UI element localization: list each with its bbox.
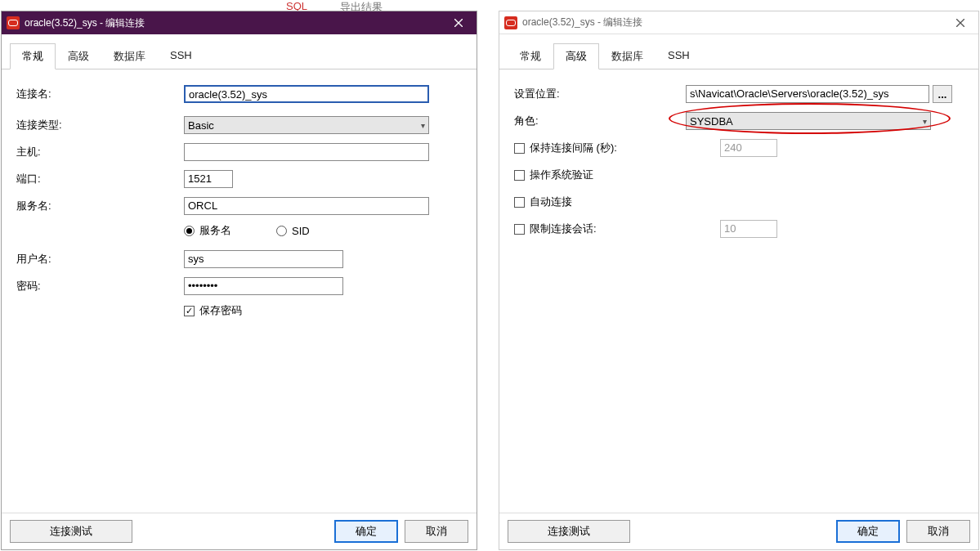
radio-service-name[interactable]: 服务名 <box>184 223 231 238</box>
tab-general[interactable]: 常规 <box>10 43 56 69</box>
select-value: SYSDBA <box>690 115 733 128</box>
checkbox-label: 保存密码 <box>199 303 242 318</box>
save-password-checkbox[interactable]: 保存密码 <box>184 303 462 318</box>
checkbox-label: 限制连接会话: <box>530 222 597 236</box>
radio-sid[interactable]: SID <box>276 223 310 238</box>
connection-type-select[interactable]: Basic ▾ <box>184 116 429 134</box>
titlebar[interactable]: oracle(3.52)_sys - 编辑连接 <box>2 11 477 34</box>
auto-connect-checkbox[interactable]: 自动连接 <box>514 195 572 209</box>
radio-dot-icon <box>276 226 287 236</box>
checkbox-label: 操作系统验证 <box>530 168 593 182</box>
tab-ssh[interactable]: SSH <box>158 43 204 69</box>
port-input[interactable]: 1521 <box>184 170 233 188</box>
radio-label: SID <box>292 225 310 237</box>
host-input[interactable] <box>184 143 429 161</box>
chevron-down-icon: ▾ <box>923 117 927 126</box>
oracle-icon <box>7 16 20 29</box>
select-value: Basic <box>188 119 214 132</box>
tab-advanced[interactable]: 高级 <box>56 43 101 69</box>
tab-database[interactable]: 数据库 <box>101 43 158 69</box>
label-host: 主机: <box>16 145 184 159</box>
label-connection-name: 连接名: <box>16 87 184 101</box>
tab-advanced[interactable]: 高级 <box>553 43 599 69</box>
window-title: oracle(3.52)_sys - 编辑连接 <box>25 16 441 30</box>
ok-button[interactable]: 确定 <box>334 520 398 543</box>
cancel-button[interactable]: 取消 <box>405 520 468 543</box>
checkbox-label: 自动连接 <box>530 195 572 209</box>
tab-content-general: 连接名: oracle(3.52)_sys 连接类型: Basic ▾ 主机: … <box>2 69 477 513</box>
checkbox-icon <box>184 306 195 316</box>
oracle-icon <box>504 16 517 29</box>
label-password: 密码: <box>16 279 184 293</box>
checkbox-icon <box>514 143 525 154</box>
tab-content-advanced: 设置位置: s\Navicat\Oracle\Servers\oracle(3.… <box>499 69 978 513</box>
window-title: oracle(3.52)_sys - 编辑连接 <box>522 16 942 29</box>
edit-connection-dialog-advanced: oracle(3.52)_sys - 编辑连接 常规 高级 数据库 SSH 设置… <box>499 11 979 550</box>
label-settings-location: 设置位置: <box>514 87 686 101</box>
browse-button[interactable]: ... <box>933 85 952 103</box>
checkbox-icon <box>514 224 525 235</box>
dialog-footer: 连接测试 确定 取消 <box>499 513 978 549</box>
tab-database[interactable]: 数据库 <box>599 43 656 69</box>
checkbox-label: 保持连接间隔 (秒): <box>530 141 617 155</box>
label-service-name: 服务名: <box>16 199 184 213</box>
cancel-button[interactable]: 取消 <box>906 520 970 543</box>
radio-label: 服务名 <box>199 223 231 238</box>
os-auth-checkbox[interactable]: 操作系统验证 <box>514 168 593 182</box>
username-input[interactable]: sys <box>184 250 343 268</box>
password-input[interactable]: •••••••• <box>184 277 343 295</box>
tab-strip: 常规 高级 数据库 SSH <box>2 34 477 69</box>
limit-sessions-checkbox[interactable]: 限制连接会话: <box>514 222 597 236</box>
keep-alive-input[interactable]: 240 <box>720 139 777 157</box>
connection-name-input[interactable]: oracle(3.52)_sys <box>184 85 429 103</box>
tab-general[interactable]: 常规 <box>508 43 553 69</box>
label-username: 用户名: <box>16 252 184 267</box>
label-port: 端口: <box>16 172 184 186</box>
close-button[interactable] <box>441 11 477 34</box>
close-button[interactable] <box>942 11 978 34</box>
dialog-footer: 连接测试 确定 取消 <box>2 513 477 549</box>
edit-connection-dialog-general: oracle(3.52)_sys - 编辑连接 常规 高级 数据库 SSH 连接… <box>1 11 477 550</box>
service-sid-radiogroup: 服务名 SID <box>184 223 462 238</box>
label-connection-type: 连接类型: <box>16 118 184 132</box>
limit-sessions-input[interactable]: 10 <box>720 220 777 238</box>
radio-dot-icon <box>184 226 195 236</box>
checkbox-icon <box>514 197 525 208</box>
role-select[interactable]: SYSDBA ▾ <box>686 112 931 130</box>
settings-location-input[interactable]: s\Navicat\Oracle\Servers\oracle(3.52)_sy… <box>686 85 929 103</box>
titlebar[interactable]: oracle(3.52)_sys - 编辑连接 <box>499 11 978 34</box>
test-connection-button[interactable]: 连接测试 <box>508 520 630 543</box>
tab-strip: 常规 高级 数据库 SSH <box>499 34 978 69</box>
keep-alive-checkbox[interactable]: 保持连接间隔 (秒): <box>514 141 617 155</box>
checkbox-icon <box>514 170 525 181</box>
ok-button[interactable]: 确定 <box>836 520 900 543</box>
test-connection-button[interactable]: 连接测试 <box>10 520 132 543</box>
label-role: 角色: <box>514 114 686 128</box>
tab-ssh[interactable]: SSH <box>656 43 702 69</box>
chevron-down-icon: ▾ <box>421 121 425 130</box>
service-name-input[interactable]: ORCL <box>184 197 429 215</box>
